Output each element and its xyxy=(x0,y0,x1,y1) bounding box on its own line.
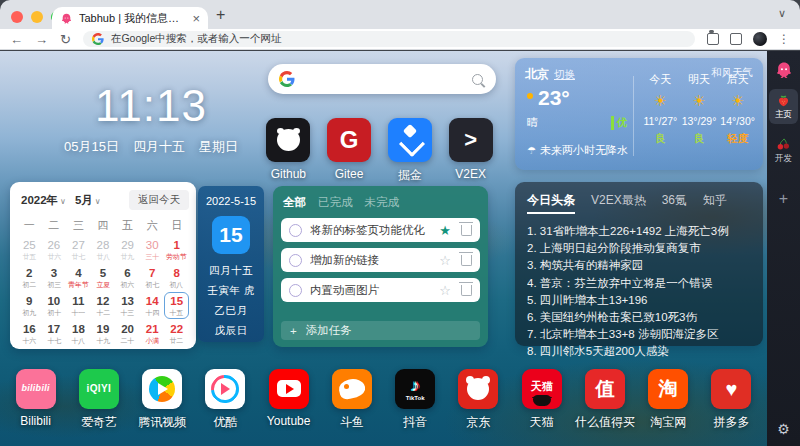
add-group-icon[interactable]: + xyxy=(779,190,788,208)
app-tile[interactable]: 天猫 xyxy=(522,369,562,409)
todo-checkbox[interactable] xyxy=(289,254,302,267)
add-task-button[interactable]: + 添加任务 xyxy=(281,321,480,340)
weather-switch-link[interactable]: 切换 xyxy=(554,68,575,80)
reload-icon[interactable]: ↻ xyxy=(60,33,71,46)
news-item[interactable]: 7. 北京昨增本土33+8 涉朝阳海淀多区 xyxy=(527,326,751,343)
news-tab[interactable]: V2EX最热 xyxy=(591,192,646,214)
tab-search-chevron-icon[interactable]: ∨ xyxy=(778,7,786,20)
extensions-icon[interactable] xyxy=(707,33,719,45)
calendar-day-cell[interactable]: 9 初九 xyxy=(17,292,42,319)
address-bar[interactable]: 在Google中搜索，或者输入一个网址 xyxy=(83,31,695,47)
news-item[interactable]: 2. 上海明日起分阶段推动复商复市 xyxy=(527,240,751,257)
calendar-day-cell[interactable]: 10 初十 xyxy=(42,292,67,319)
calendar-day-cell[interactable]: 7 初七 xyxy=(140,264,165,291)
app-tile[interactable] xyxy=(142,369,182,409)
app-shortcut[interactable]: Youtube xyxy=(257,369,320,431)
calendar-day-cell[interactable]: 29 廿九 xyxy=(115,236,140,263)
sidebar-group-dev[interactable]: 开发 xyxy=(769,133,798,168)
calendar-day-cell[interactable]: 14 十四 xyxy=(140,292,165,319)
news-item[interactable]: 5. 四川昨增本土13+196 xyxy=(527,292,751,309)
news-item[interactable]: 6. 美国纽约州枪击案已致10死3伤 xyxy=(527,309,751,326)
todo-tab[interactable]: 已完成 xyxy=(318,195,353,210)
app-tile[interactable]: 值 xyxy=(585,369,625,409)
calendar-day-cell[interactable]: 25 廿五 xyxy=(17,236,42,263)
app-tile[interactable] xyxy=(269,369,309,409)
app-shortcut[interactable]: ♥ 拼多多 xyxy=(700,369,763,431)
news-tab[interactable]: 36氪 xyxy=(662,192,687,214)
app-tile[interactable]: > xyxy=(449,118,493,162)
app-shortcut[interactable]: 京东 xyxy=(447,369,510,431)
app-tile[interactable] xyxy=(332,369,372,409)
todo-tab[interactable]: 未完成 xyxy=(365,195,400,210)
app-shortcut[interactable]: Github xyxy=(258,118,319,184)
sidebar-group-home[interactable]: 主页 xyxy=(769,89,798,124)
calendar-day-cell[interactable]: 12 十二 xyxy=(91,292,116,319)
app-tile[interactable]: G xyxy=(327,118,371,162)
profile-avatar[interactable] xyxy=(753,32,767,46)
todo-item[interactable]: 增加新的链接 ☆ xyxy=(281,248,480,272)
app-tile[interactable] xyxy=(205,369,245,409)
app-shortcut[interactable]: 腾讯视频 xyxy=(131,369,194,431)
calendar-day-cell[interactable]: 27 廿七 xyxy=(66,236,91,263)
calendar-day-cell[interactable]: 13 十三 xyxy=(115,292,140,319)
calendar-day-cell[interactable]: 16 十六 xyxy=(17,320,42,347)
app-shortcut[interactable]: ♪TikTok 抖音 xyxy=(384,369,447,431)
calendar-day-cell[interactable]: 4 青年节 xyxy=(66,264,91,291)
calendar-day-cell[interactable]: 18 十八 xyxy=(66,320,91,347)
search-icon[interactable] xyxy=(472,74,483,85)
calendar-day-cell[interactable]: 19 十九 xyxy=(91,320,116,347)
search-input[interactable] xyxy=(303,71,464,87)
browser-tab[interactable]: Tabhub | 我的信息集线器 × xyxy=(52,7,208,29)
calendar-month-select[interactable]: 5月∨ xyxy=(75,193,101,208)
new-tab-button[interactable]: + xyxy=(216,6,225,24)
forward-icon[interactable]: → xyxy=(35,33,48,46)
app-shortcut[interactable]: iQIYI 爱奇艺 xyxy=(67,369,130,431)
calendar-day-cell[interactable]: 8 初八 xyxy=(164,264,189,291)
todo-checkbox[interactable] xyxy=(289,284,302,297)
calendar-day-cell[interactable]: 11 十一 xyxy=(66,292,91,319)
gear-icon[interactable]: ⚙ xyxy=(777,421,790,437)
app-tile[interactable] xyxy=(266,118,310,162)
calendar-day-cell[interactable]: 15 十五 xyxy=(164,292,189,319)
star-icon[interactable]: ☆ xyxy=(439,284,451,297)
app-tile[interactable]: ♪TikTok xyxy=(395,369,435,409)
app-shortcut[interactable]: 天猫 天猫 xyxy=(510,369,573,431)
trash-icon[interactable] xyxy=(461,225,472,236)
app-tile[interactable] xyxy=(458,369,498,409)
todo-checkbox[interactable] xyxy=(289,224,302,237)
star-icon[interactable]: ★ xyxy=(439,224,451,237)
tabhub-logo-icon[interactable] xyxy=(774,60,794,80)
news-tab[interactable]: 今日头条 xyxy=(527,192,575,214)
calendar-day-cell[interactable]: 5 立夏 xyxy=(91,264,116,291)
calendar-day-cell[interactable]: 6 初六 xyxy=(115,264,140,291)
calendar-day-cell[interactable]: 1 劳动节 xyxy=(164,236,189,263)
calendar-day-cell[interactable]: 21 小满 xyxy=(140,320,165,347)
menu-icon[interactable]: ⋮ xyxy=(778,32,790,46)
app-shortcut[interactable]: 掘金 xyxy=(380,118,441,184)
app-tile[interactable]: iQIYI xyxy=(79,369,119,409)
back-to-today-button[interactable]: 返回今天 xyxy=(129,190,189,210)
todo-item[interactable]: 内置动画图片 ☆ xyxy=(281,278,480,302)
todo-item[interactable]: 将新的标签页功能优化 ★ xyxy=(281,218,480,242)
news-item[interactable]: 1. 31省昨增本土226+1492 上海死亡3例 xyxy=(527,223,751,240)
sidepanel-icon[interactable] xyxy=(730,33,742,45)
news-item[interactable]: 8. 四川邻水5天超200人感染 xyxy=(527,343,751,360)
todo-tab[interactable]: 全部 xyxy=(283,195,306,210)
calendar-day-cell[interactable]: 17 十七 xyxy=(42,320,67,347)
calendar-day-cell[interactable]: 22 廿二 xyxy=(164,320,189,347)
calendar-day-cell[interactable]: 20 二十 xyxy=(115,320,140,347)
calendar-day-cell[interactable]: 2 初二 xyxy=(17,264,42,291)
app-shortcut[interactable]: 淘 淘宝网 xyxy=(637,369,700,431)
close-window-button[interactable] xyxy=(11,11,23,23)
app-tile[interactable]: 淘 xyxy=(648,369,688,409)
news-item[interactable]: 4. 普京：芬兰放弃中立将是一个错误 xyxy=(527,275,751,292)
app-tile[interactable] xyxy=(388,118,432,162)
news-tab[interactable]: 知乎 xyxy=(703,192,727,214)
calendar-day-cell[interactable]: 30 三十 xyxy=(140,236,165,263)
close-tab-icon[interactable]: × xyxy=(192,12,200,25)
app-shortcut[interactable]: 优酷 xyxy=(194,369,257,431)
app-tile[interactable]: bilibili xyxy=(16,369,56,409)
calendar-day-cell[interactable]: 28 廿八 xyxy=(91,236,116,263)
trash-icon[interactable] xyxy=(461,255,472,266)
app-shortcut[interactable]: bilibili Bilibili xyxy=(4,369,67,431)
